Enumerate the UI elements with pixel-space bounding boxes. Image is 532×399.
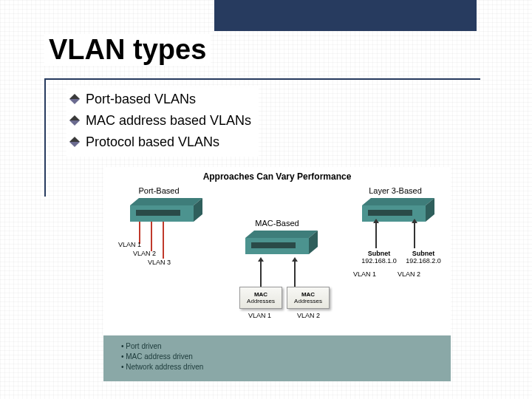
svg-marker-8 — [362, 198, 434, 205]
subnet-word: Subnet — [412, 250, 435, 257]
vlan-label: VLAN 2 — [398, 270, 420, 278]
svg-marker-4 — [245, 231, 318, 238]
title-rule-h — [44, 78, 480, 80]
vlan-label: VLAN 1 — [248, 312, 271, 319]
column-header-mid: MAC-Based — [229, 219, 325, 228]
subnet-label: Subnet 192.168.1.0 — [359, 250, 399, 265]
diamond-icon — [69, 115, 80, 126]
figure-title: Approaches Can Vary Performance — [103, 171, 451, 182]
column-header-right: Layer 3-Based — [347, 186, 443, 195]
bullet-item: MAC address based VLANs — [71, 110, 251, 132]
vlan-label: VLAN 1 — [353, 270, 376, 278]
subnet-label: Subnet 192.168.2.0 — [403, 250, 443, 265]
svg-rect-11 — [368, 210, 412, 216]
mac-box-title: MAC — [240, 291, 282, 298]
header-bar — [214, 0, 477, 31]
arrow-icon — [414, 223, 415, 248]
bullet-list: Port-based VLANs MAC address based VLANs… — [66, 86, 259, 157]
mac-box-sub: Addresses — [240, 298, 282, 304]
switch-icon — [121, 198, 202, 229]
bullet-item: Protocol based VLANs — [71, 132, 251, 153]
column-header-left: Port-Based — [111, 186, 207, 195]
arrow-icon — [260, 262, 262, 287]
svg-marker-0 — [130, 198, 202, 205]
bullet-text: Port-based VLANs — [86, 89, 196, 110]
arrow-icon — [375, 223, 377, 248]
footer-item: Network address driven — [121, 362, 440, 372]
switch-icon — [353, 198, 434, 229]
vlan-label: VLAN 2 — [133, 250, 156, 257]
subnet-ip: 192.168.2.0 — [406, 257, 441, 265]
subnet-word: Subnet — [368, 250, 391, 257]
svg-rect-3 — [136, 210, 180, 216]
mac-box: MAC Addresses — [239, 287, 282, 309]
switch-icon — [236, 231, 318, 262]
bullet-item: Port-based VLANs — [71, 89, 251, 110]
subnet-ip: 192.168.1.0 — [361, 257, 397, 265]
diamond-icon — [69, 94, 80, 104]
vlan-label: VLAN 3 — [148, 259, 171, 266]
svg-rect-7 — [251, 242, 296, 248]
vlan-label: VLAN 2 — [297, 312, 320, 319]
mac-box-title: MAC — [287, 291, 329, 298]
footer-band: Port driven MAC address driven Network a… — [103, 335, 451, 381]
footer-item: Port driven — [121, 341, 440, 352]
footer-item: MAC address driven — [121, 352, 440, 362]
bullet-text: Protocol based VLANs — [86, 132, 219, 153]
port-line — [151, 222, 152, 251]
title-rule-v — [44, 78, 46, 197]
bullet-text: MAC address based VLANs — [86, 110, 251, 132]
mac-box: MAC Addresses — [287, 287, 330, 309]
slide-title: VLAN types — [44, 34, 211, 66]
mac-box-sub: Addresses — [287, 298, 329, 304]
port-line — [163, 222, 164, 259]
vlan-label: VLAN 1 — [118, 241, 141, 248]
arrow-icon — [294, 262, 296, 287]
diamond-icon — [69, 137, 80, 147]
